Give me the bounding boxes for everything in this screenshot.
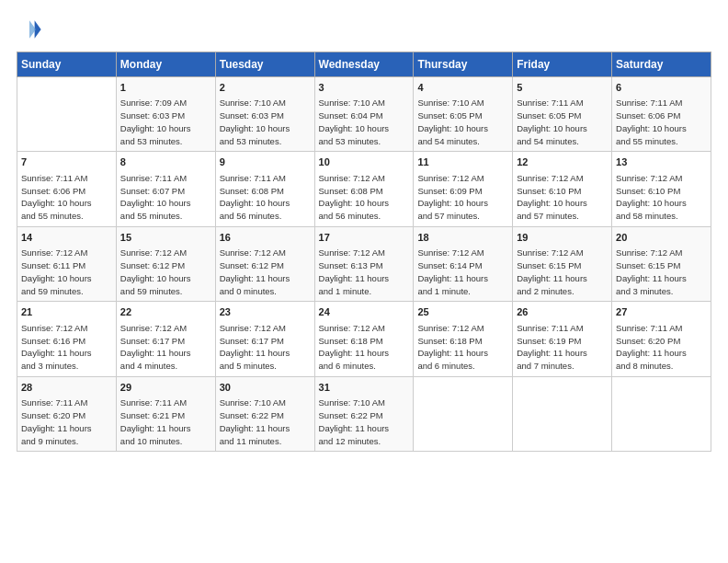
day-info: Sunrise: 7:11 AM Sunset: 6:20 PM Dayligh… (616, 322, 707, 373)
day-info: Sunrise: 7:12 AM Sunset: 6:15 PM Dayligh… (517, 247, 608, 297)
day-number: 4 (417, 81, 508, 95)
day-info: Sunrise: 7:12 AM Sunset: 6:08 PM Dayligh… (319, 172, 410, 223)
calendar-cell: 29Sunrise: 7:11 AM Sunset: 6:21 PM Dayli… (116, 376, 215, 451)
day-info: Sunrise: 7:10 AM Sunset: 6:05 PM Dayligh… (417, 97, 508, 147)
day-number: 7 (21, 155, 112, 169)
calendar-cell: 30Sunrise: 7:10 AM Sunset: 6:22 PM Dayli… (215, 376, 314, 451)
day-info: Sunrise: 7:12 AM Sunset: 6:18 PM Dayligh… (319, 322, 410, 373)
day-number: 17 (319, 231, 410, 245)
calendar-cell: 9Sunrise: 7:11 AM Sunset: 6:08 PM Daylig… (215, 152, 314, 226)
day-info: Sunrise: 7:11 AM Sunset: 6:08 PM Dayligh… (220, 172, 311, 223)
day-number: 15 (120, 231, 211, 245)
day-info: Sunrise: 7:12 AM Sunset: 6:17 PM Dayligh… (220, 322, 311, 373)
day-number: 22 (120, 305, 211, 319)
day-info: Sunrise: 7:12 AM Sunset: 6:17 PM Dayligh… (120, 322, 211, 373)
day-info: Sunrise: 7:12 AM Sunset: 6:15 PM Dayligh… (616, 247, 707, 297)
day-number: 16 (220, 231, 311, 245)
day-info: Sunrise: 7:12 AM Sunset: 6:13 PM Dayligh… (319, 247, 410, 297)
week-row-2: 7Sunrise: 7:11 AM Sunset: 6:06 PM Daylig… (17, 152, 711, 226)
calendar-cell: 13Sunrise: 7:12 AM Sunset: 6:10 PM Dayli… (612, 152, 711, 226)
calendar-cell (513, 376, 612, 451)
calendar-cell: 17Sunrise: 7:12 AM Sunset: 6:13 PM Dayli… (314, 226, 414, 301)
day-number: 27 (616, 305, 707, 319)
header-day-friday: Friday (513, 52, 612, 77)
calendar-cell: 21Sunrise: 7:12 AM Sunset: 6:16 PM Dayli… (17, 302, 117, 376)
day-info: Sunrise: 7:10 AM Sunset: 6:22 PM Dayligh… (220, 396, 311, 447)
day-number: 18 (417, 231, 508, 245)
day-number: 31 (319, 381, 410, 395)
week-row-3: 14Sunrise: 7:12 AM Sunset: 6:11 PM Dayli… (17, 226, 711, 301)
day-number: 11 (417, 155, 508, 169)
header-day-saturday: Saturday (612, 52, 711, 77)
header-day-wednesday: Wednesday (314, 52, 414, 77)
day-info: Sunrise: 7:12 AM Sunset: 6:09 PM Dayligh… (417, 172, 508, 223)
calendar-cell: 28Sunrise: 7:11 AM Sunset: 6:20 PM Dayli… (17, 376, 117, 451)
day-number: 14 (21, 231, 112, 245)
header-day-tuesday: Tuesday (215, 52, 314, 77)
day-number: 28 (21, 381, 112, 395)
page: SundayMondayTuesdayWednesdayThursdayFrid… (0, 0, 728, 563)
header-day-monday: Monday (116, 52, 215, 77)
day-info: Sunrise: 7:12 AM Sunset: 6:12 PM Dayligh… (220, 247, 311, 297)
day-number: 20 (616, 231, 707, 245)
day-number: 13 (616, 155, 707, 169)
day-number: 10 (319, 155, 410, 169)
day-info: Sunrise: 7:12 AM Sunset: 6:11 PM Dayligh… (21, 247, 112, 297)
calendar-cell: 10Sunrise: 7:12 AM Sunset: 6:08 PM Dayli… (314, 152, 414, 226)
calendar-cell: 18Sunrise: 7:12 AM Sunset: 6:14 PM Dayli… (414, 226, 513, 301)
calendar-cell: 25Sunrise: 7:12 AM Sunset: 6:18 PM Dayli… (414, 302, 513, 376)
day-number: 23 (220, 305, 311, 319)
day-info: Sunrise: 7:11 AM Sunset: 6:05 PM Dayligh… (517, 97, 608, 147)
day-number: 19 (517, 231, 608, 245)
calendar-cell: 23Sunrise: 7:12 AM Sunset: 6:17 PM Dayli… (215, 302, 314, 376)
calendar-cell: 31Sunrise: 7:10 AM Sunset: 6:22 PM Dayli… (314, 376, 414, 451)
calendar-body: 1Sunrise: 7:09 AM Sunset: 6:03 PM Daylig… (17, 77, 711, 452)
day-number: 9 (220, 155, 311, 169)
calendar-cell: 15Sunrise: 7:12 AM Sunset: 6:12 PM Dayli… (116, 226, 215, 301)
calendar-cell: 1Sunrise: 7:09 AM Sunset: 6:03 PM Daylig… (116, 77, 215, 152)
day-number: 8 (120, 155, 211, 169)
header-day-sunday: Sunday (17, 52, 117, 77)
day-info: Sunrise: 7:10 AM Sunset: 6:04 PM Dayligh… (319, 97, 410, 147)
calendar-cell: 24Sunrise: 7:12 AM Sunset: 6:18 PM Dayli… (314, 302, 414, 376)
calendar-cell: 20Sunrise: 7:12 AM Sunset: 6:15 PM Dayli… (612, 226, 711, 301)
day-number: 29 (120, 381, 211, 395)
calendar-cell: 19Sunrise: 7:12 AM Sunset: 6:15 PM Dayli… (513, 226, 612, 301)
day-info: Sunrise: 7:11 AM Sunset: 6:06 PM Dayligh… (21, 172, 112, 223)
calendar-cell: 27Sunrise: 7:11 AM Sunset: 6:20 PM Dayli… (612, 302, 711, 376)
calendar-cell (612, 376, 711, 451)
day-info: Sunrise: 7:11 AM Sunset: 6:06 PM Dayligh… (616, 97, 707, 147)
week-row-4: 21Sunrise: 7:12 AM Sunset: 6:16 PM Dayli… (17, 302, 711, 376)
calendar-cell: 11Sunrise: 7:12 AM Sunset: 6:09 PM Dayli… (414, 152, 513, 226)
day-number: 21 (21, 305, 112, 319)
logo (17, 17, 46, 42)
week-row-5: 28Sunrise: 7:11 AM Sunset: 6:20 PM Dayli… (17, 376, 711, 451)
calendar-cell: 12Sunrise: 7:12 AM Sunset: 6:10 PM Dayli… (513, 152, 612, 226)
day-number: 30 (220, 381, 311, 395)
day-info: Sunrise: 7:11 AM Sunset: 6:07 PM Dayligh… (120, 172, 211, 223)
logo-icon (17, 17, 42, 42)
day-number: 25 (417, 305, 508, 319)
day-number: 2 (220, 81, 311, 95)
calendar-cell: 22Sunrise: 7:12 AM Sunset: 6:17 PM Dayli… (116, 302, 215, 376)
header-row: SundayMondayTuesdayWednesdayThursdayFrid… (17, 52, 711, 77)
day-info: Sunrise: 7:11 AM Sunset: 6:21 PM Dayligh… (120, 396, 211, 447)
calendar-cell: 5Sunrise: 7:11 AM Sunset: 6:05 PM Daylig… (513, 77, 612, 152)
calendar-cell: 8Sunrise: 7:11 AM Sunset: 6:07 PM Daylig… (116, 152, 215, 226)
day-info: Sunrise: 7:10 AM Sunset: 6:22 PM Dayligh… (319, 396, 410, 447)
calendar-cell (414, 376, 513, 451)
calendar-cell: 16Sunrise: 7:12 AM Sunset: 6:12 PM Dayli… (215, 226, 314, 301)
day-info: Sunrise: 7:10 AM Sunset: 6:03 PM Dayligh… (220, 97, 311, 147)
calendar-cell: 6Sunrise: 7:11 AM Sunset: 6:06 PM Daylig… (612, 77, 711, 152)
day-info: Sunrise: 7:09 AM Sunset: 6:03 PM Dayligh… (120, 97, 211, 147)
header-day-thursday: Thursday (414, 52, 513, 77)
day-info: Sunrise: 7:11 AM Sunset: 6:19 PM Dayligh… (517, 322, 608, 373)
day-number: 3 (319, 81, 410, 95)
calendar-header: SundayMondayTuesdayWednesdayThursdayFrid… (17, 52, 711, 77)
calendar-cell: 2Sunrise: 7:10 AM Sunset: 6:03 PM Daylig… (215, 77, 314, 152)
day-info: Sunrise: 7:12 AM Sunset: 6:18 PM Dayligh… (417, 322, 508, 373)
day-info: Sunrise: 7:12 AM Sunset: 6:14 PM Dayligh… (417, 247, 508, 297)
day-number: 6 (616, 81, 707, 95)
day-number: 26 (517, 305, 608, 319)
calendar-cell: 26Sunrise: 7:11 AM Sunset: 6:19 PM Dayli… (513, 302, 612, 376)
